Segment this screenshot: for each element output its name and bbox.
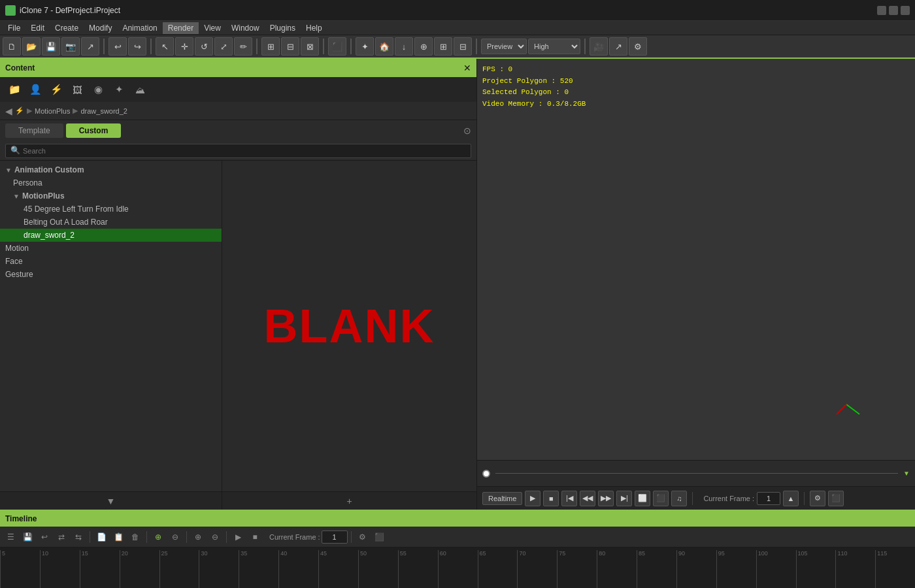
menu-animation[interactable]: Animation	[117, 22, 162, 34]
menu-create[interactable]: Create	[50, 22, 84, 34]
tab-custom[interactable]: Custom	[66, 123, 122, 138]
current-frame-input[interactable]	[757, 492, 780, 505]
tl-zoom-in-button[interactable]: ⊕	[190, 529, 206, 545]
video-button[interactable]: 🎥	[590, 37, 608, 56]
loop2-button[interactable]: ⬛	[653, 491, 669, 506]
tl-list-button[interactable]: ☰	[3, 529, 18, 545]
content-motion-icon[interactable]: ⚡	[47, 80, 65, 99]
menu-modify[interactable]: Modify	[84, 22, 117, 34]
minimize-button[interactable]	[877, 6, 886, 15]
goto-start-button[interactable]: |◀	[561, 491, 577, 506]
loop-button[interactable]: ⬜	[635, 491, 650, 506]
tab-dropdown-icon[interactable]: ⊙	[463, 125, 471, 136]
tl-paste-button[interactable]: 📋	[110, 529, 126, 545]
undo-button[interactable]: ↩	[108, 37, 127, 56]
render-export-button[interactable]: ⬛	[828, 491, 844, 506]
add-button[interactable]: ⊕	[414, 37, 433, 56]
audio-button[interactable]: ♫	[671, 491, 687, 506]
content-particle-icon[interactable]: ✦	[110, 80, 128, 99]
content-terrain-icon[interactable]: ⛰	[131, 80, 149, 99]
tl-save-button[interactable]: 💾	[20, 529, 35, 545]
menu-render[interactable]: Render	[163, 22, 199, 34]
tl-remove-track-button[interactable]: ⊖	[167, 529, 183, 545]
tl-play-button[interactable]: ▶	[230, 529, 246, 545]
snap-button[interactable]: ⊞	[261, 37, 280, 56]
tree-item-persona[interactable]: Persona	[0, 176, 222, 189]
render3-button[interactable]: ⊟	[454, 37, 472, 56]
realtime-button[interactable]: Realtime	[482, 492, 522, 505]
tree-item-motionplus[interactable]: ▼ MotionPlus	[0, 189, 222, 203]
play-button[interactable]: ▶	[525, 491, 541, 506]
light-button[interactable]: ✦	[356, 37, 374, 56]
render2-button[interactable]: ⊞	[434, 37, 452, 56]
scrubber-line[interactable]	[495, 473, 898, 474]
save-button[interactable]: 💾	[42, 37, 60, 56]
menu-window[interactable]: Window	[226, 22, 265, 34]
tree-item-draw-sword[interactable]: draw_sword_2	[0, 229, 222, 242]
breadcrumb-back-button[interactable]: ◀	[5, 106, 12, 116]
settings-button[interactable]: ⚙	[629, 37, 647, 56]
goto-end-button[interactable]: ▶|	[616, 491, 632, 506]
menu-plugins[interactable]: Plugins	[265, 22, 301, 34]
tl-stop-button[interactable]: ■	[247, 529, 263, 545]
tl-copy-button[interactable]: 📄	[93, 529, 109, 545]
render-settings-button[interactable]: ⚙	[810, 491, 825, 506]
select-button[interactable]: ↖	[156, 37, 174, 56]
quality-select[interactable]: Low Medium High Ultra	[528, 39, 580, 54]
content-obj-icon[interactable]: ◉	[89, 80, 107, 99]
edit-button[interactable]: ✏	[234, 37, 252, 56]
close-button[interactable]	[901, 6, 910, 15]
open-button[interactable]: 📂	[22, 37, 41, 56]
move-button[interactable]: ✛	[175, 37, 193, 56]
tree-item-animation-custom[interactable]: ▼ Animation Custom	[0, 163, 222, 176]
preview-select[interactable]: Preview	[481, 39, 527, 54]
tab-template[interactable]: Template	[5, 123, 63, 138]
align2-button[interactable]: ⊠	[301, 37, 319, 56]
tl-frame-input[interactable]	[322, 531, 348, 544]
character-button[interactable]: ↓	[395, 37, 413, 56]
tl-zoom-out-button[interactable]: ⊖	[207, 529, 223, 545]
new-button[interactable]: 🗋	[3, 37, 21, 56]
view1-button[interactable]: ⬛	[328, 37, 346, 56]
content-image-icon[interactable]: 🖼	[68, 80, 86, 99]
tree-item-belting[interactable]: Belting Out A Load Roar	[0, 216, 222, 229]
content-folder-icon[interactable]: 📁	[5, 80, 24, 99]
menu-file[interactable]: File	[3, 22, 25, 34]
frame-up-button[interactable]: ▲	[783, 491, 799, 506]
viewport-canvas[interactable]: FPS : 0 Project Polygon : 520 Selected P…	[477, 59, 915, 460]
maximize-button[interactable]	[889, 6, 898, 15]
camera-button[interactable]: 🏠	[375, 37, 393, 56]
stop-button[interactable]: ■	[543, 491, 559, 506]
tl-restore-button[interactable]: ↩	[37, 529, 52, 545]
share-button[interactable]: ↗	[609, 37, 627, 56]
align-button[interactable]: ⊟	[281, 37, 299, 56]
content-person-icon[interactable]: 👤	[26, 80, 44, 99]
search-input[interactable]	[5, 144, 471, 158]
tl-add-track-button[interactable]: ⊕	[150, 529, 166, 545]
rotate-button[interactable]: ↺	[195, 37, 213, 56]
redo-button[interactable]: ↪	[128, 37, 146, 56]
menu-view[interactable]: View	[199, 22, 226, 34]
next-frame-button[interactable]: ▶▶	[598, 491, 614, 506]
tree-item-face[interactable]: Face	[0, 255, 222, 268]
prev-frame-button[interactable]: ◀◀	[580, 491, 595, 506]
scrubber-dot[interactable]	[482, 470, 490, 478]
tl-move-button[interactable]: ⇄	[54, 529, 69, 545]
breadcrumb-draw-sword[interactable]: draw_sword_2	[80, 107, 127, 115]
tree-down-button[interactable]: ▼	[101, 495, 121, 508]
tree-item-motion[interactable]: Motion	[0, 242, 222, 255]
tl-export-button[interactable]: ⬛	[372, 529, 388, 545]
export-button[interactable]: ↗	[81, 37, 99, 56]
tl-move2-button[interactable]: ⇆	[71, 529, 86, 545]
capture-button[interactable]: 📷	[61, 37, 80, 56]
menu-edit[interactable]: Edit	[25, 22, 50, 34]
tree-item-45degree[interactable]: 45 Degree Left Turn From Idle	[0, 203, 222, 216]
menu-help[interactable]: Help	[301, 22, 327, 34]
breadcrumb-motionplus[interactable]: MotionPlus	[35, 107, 70, 115]
content-close-button[interactable]: ✕	[463, 63, 471, 73]
tree-item-gesture[interactable]: Gesture	[0, 268, 222, 281]
tl-delete-button[interactable]: 🗑	[127, 529, 143, 545]
scale-button[interactable]: ⤢	[214, 37, 233, 56]
tl-settings-button[interactable]: ⚙	[355, 529, 371, 545]
preview-add-button[interactable]: +	[341, 495, 357, 508]
